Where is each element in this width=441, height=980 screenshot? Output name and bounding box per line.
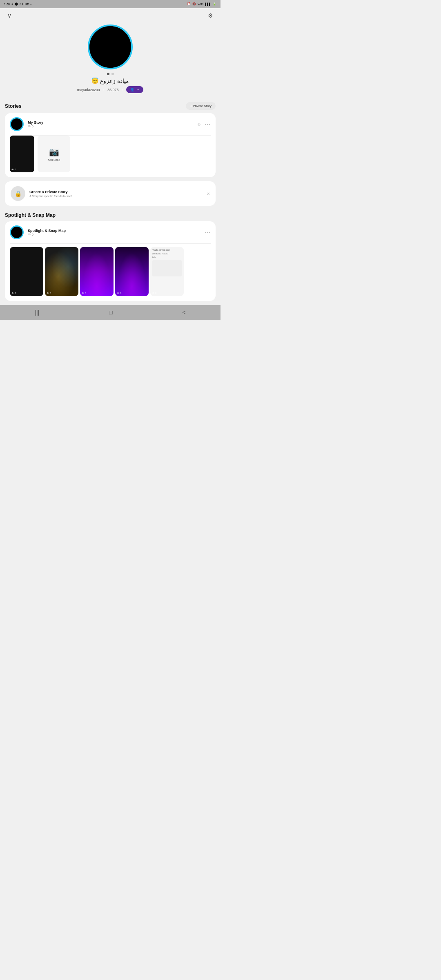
- my-story-view-count: 0: [32, 125, 33, 128]
- camera-icon: 📷: [49, 147, 59, 157]
- add-snap-button[interactable]: 📷 Add Snap: [38, 136, 70, 172]
- spotlight-actions: •••: [205, 230, 211, 235]
- my-story-info: My Story 👁 0: [28, 120, 194, 128]
- stories-title: Stories: [5, 103, 22, 109]
- sp-eye-4: 👁: [117, 292, 119, 294]
- settings-button[interactable]: ⚙: [208, 12, 213, 19]
- spotlight-name: Spotlight & Snap Map: [28, 229, 200, 233]
- status-left: 1:08 ◂ ⬤ f f UE •: [4, 2, 31, 6]
- my-story-avatar: [10, 117, 24, 131]
- thumb-count: 0: [15, 168, 16, 171]
- sp-thumb-views-2: 👁 0: [47, 292, 51, 294]
- share-icon[interactable]: ⎋: [198, 122, 200, 127]
- sp-thumb-views-5: 👁 0: [152, 292, 156, 294]
- spotlight-card: Spotlight & Snap Map 👁 0 ••• 👁 0: [5, 221, 216, 301]
- whatsapp-icon: ⬤: [15, 2, 18, 6]
- sp-count-1: 0: [15, 292, 16, 294]
- profile-username: mayadazazua: [77, 88, 100, 92]
- spotlight-header: Spotlight & Snap Map 👁 0 •••: [5, 221, 216, 243]
- friend-button[interactable]: 👤 →: [126, 86, 143, 93]
- sp-thumb-views-4: 👁 0: [117, 292, 121, 294]
- thumbnail-row: 👁 0 📷 Add Snap: [5, 136, 216, 177]
- my-story-views: 👁 0: [28, 125, 194, 128]
- nav-back[interactable]: <: [182, 309, 185, 316]
- create-private-info: Create a Private Story A Story for speci…: [29, 190, 203, 198]
- doc-line2: Lights: [152, 256, 182, 258]
- score-separator: ·: [103, 88, 105, 92]
- sp-eye-3: 👁: [82, 292, 84, 294]
- spotlight-title: Spotlight & Snap Map: [5, 212, 56, 218]
- sp-count-2: 0: [50, 292, 51, 294]
- my-story-name: My Story: [28, 120, 194, 125]
- facebook-icon: f: [20, 3, 20, 6]
- back-button[interactable]: ∨: [7, 12, 11, 19]
- sp-eye-1: 👁: [11, 292, 14, 294]
- sp-count-5: 0: [155, 292, 156, 294]
- location-icon: ◂: [11, 2, 13, 6]
- story-thumbnail[interactable]: 👁 0: [10, 136, 34, 172]
- sp-thumb-views-3: 👁 0: [82, 292, 86, 294]
- ue-label: UE: [25, 3, 29, 6]
- spotlight-thumb-4[interactable]: 👁 0: [115, 247, 149, 296]
- doc-title-1: Thanks for your order!: [152, 249, 182, 252]
- my-story-actions: ⎋ •••: [198, 122, 211, 127]
- score-separator2: ·: [122, 88, 123, 92]
- wifi-icon: WiFi: [198, 3, 203, 6]
- spotlight-thumb-2[interactable]: 👁 0: [45, 247, 78, 296]
- close-button[interactable]: ✕: [207, 192, 210, 196]
- stories-section-header: Stories + Private Story: [5, 102, 216, 110]
- sp-eye-2: 👁: [47, 292, 49, 294]
- thumb-eye-icon: 👁: [11, 168, 14, 171]
- spotlight-section: Spotlight & Snap Map Spotlight & Snap Ma…: [5, 212, 216, 301]
- status-bar: 1:08 ◂ ⬤ f f UE • ⏰ 🔇 WiFi ▌▌▌ 🔋: [0, 0, 220, 8]
- sp-count-4: 0: [120, 292, 121, 294]
- alarm-icon: ⏰: [187, 2, 191, 6]
- nav-bar: ||| □ <: [0, 305, 220, 320]
- nav-recent-apps[interactable]: |||: [35, 309, 39, 316]
- signal-icon: ▌▌▌: [205, 3, 211, 6]
- spotlight-views: 👁 0: [28, 233, 200, 236]
- private-story-button[interactable]: + Private Story: [186, 102, 216, 110]
- battery-icon: 🔋: [213, 2, 216, 6]
- nav-home[interactable]: □: [109, 309, 112, 316]
- top-bar: ∨ ⚙: [0, 8, 220, 23]
- dot-2: [111, 73, 114, 75]
- profile-score: 85,975: [107, 88, 119, 92]
- profile-section: ميادة زعزوع 😇 mayadazazua · 85,975 · 👤 →: [0, 23, 220, 98]
- friend-btn-label: →: [136, 88, 139, 91]
- mute-icon: 🔇: [192, 2, 196, 6]
- profile-name: ميادة زعزوع 😇: [91, 78, 129, 84]
- create-private-story-card[interactable]: 🔒 Create a Private Story A Story for spe…: [5, 181, 216, 206]
- profile-username-row: mayadazazua · 85,975 · 👤 →: [77, 86, 144, 93]
- doc-line1: 2020 Bull Run Festival of: [152, 253, 182, 255]
- sp-eye-5: 👁: [152, 292, 154, 294]
- sp-count-3: 0: [85, 292, 86, 294]
- spotlight-thumb-3[interactable]: 👁 0: [80, 247, 114, 296]
- page-dots: [107, 73, 114, 75]
- private-story-label: + Private Story: [190, 104, 212, 108]
- status-right: ⏰ 🔇 WiFi ▌▌▌ 🔋: [187, 2, 216, 6]
- purple-overlay-2: [115, 247, 149, 296]
- thumb-view-count: 👁 0: [11, 168, 16, 171]
- spotlight-thumb-5[interactable]: Thanks for your order! 2020 Bull Run Fes…: [150, 247, 184, 296]
- avatar: [88, 24, 133, 69]
- doc-content: Thanks for your order! 2020 Bull Run Fes…: [150, 247, 184, 278]
- avatar-image: [89, 26, 131, 68]
- doc-image-placeholder: [152, 260, 182, 276]
- more-icon[interactable]: •••: [205, 122, 211, 127]
- eye-icon: 👁: [28, 125, 31, 128]
- purple-overlay-1: [80, 247, 114, 296]
- lock-icon: 🔒: [11, 186, 25, 201]
- lights-overlay: [45, 247, 78, 296]
- spotlight-eye-icon: 👁: [28, 233, 31, 236]
- spotlight-thumb-1[interactable]: 👁 0: [10, 247, 43, 296]
- time: 1:08: [4, 3, 10, 6]
- dot-1: [107, 73, 109, 75]
- spotlight-view-count: 0: [32, 233, 33, 236]
- spotlight-more-icon[interactable]: •••: [205, 230, 211, 235]
- friend-icon: 👤: [130, 88, 134, 91]
- create-private-title: Create a Private Story: [29, 190, 203, 194]
- my-story-header: My Story 👁 0 ⎋ •••: [5, 113, 216, 135]
- add-snap-label: Add Snap: [48, 158, 60, 161]
- my-story-card: My Story 👁 0 ⎋ ••• 👁 0 📷 Add Sna: [5, 113, 216, 177]
